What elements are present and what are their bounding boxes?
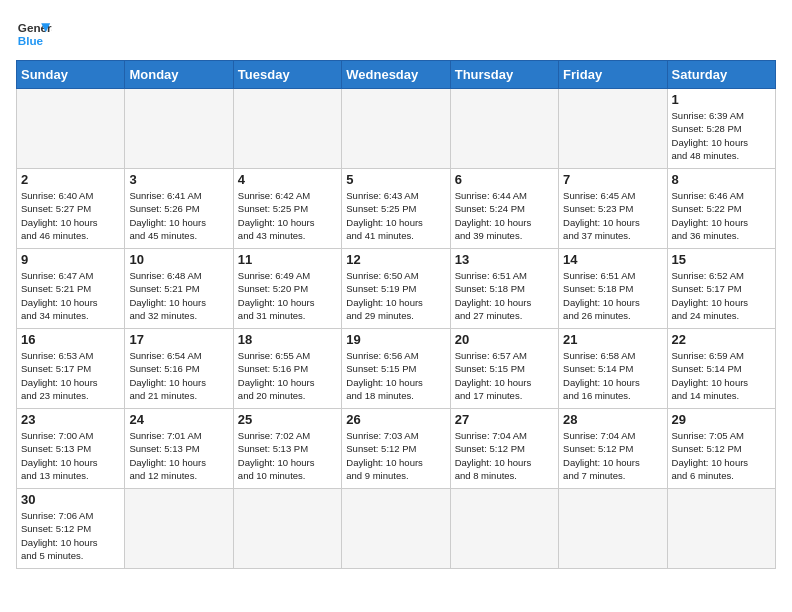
week-row-3: 9Sunrise: 6:47 AMSunset: 5:21 PMDaylight… [17, 249, 776, 329]
day-info: Sunrise: 6:45 AMSunset: 5:23 PMDaylight:… [563, 189, 662, 242]
day-cell: 13Sunrise: 6:51 AMSunset: 5:18 PMDayligh… [450, 249, 558, 329]
day-cell: 28Sunrise: 7:04 AMSunset: 5:12 PMDayligh… [559, 409, 667, 489]
day-cell [125, 489, 233, 569]
day-cell: 16Sunrise: 6:53 AMSunset: 5:17 PMDayligh… [17, 329, 125, 409]
day-info: Sunrise: 6:55 AMSunset: 5:16 PMDaylight:… [238, 349, 337, 402]
day-cell [450, 89, 558, 169]
day-cell: 23Sunrise: 7:00 AMSunset: 5:13 PMDayligh… [17, 409, 125, 489]
day-cell: 29Sunrise: 7:05 AMSunset: 5:12 PMDayligh… [667, 409, 775, 489]
day-info: Sunrise: 6:52 AMSunset: 5:17 PMDaylight:… [672, 269, 771, 322]
day-number: 25 [238, 412, 337, 427]
day-cell: 11Sunrise: 6:49 AMSunset: 5:20 PMDayligh… [233, 249, 341, 329]
calendar: SundayMondayTuesdayWednesdayThursdayFrid… [16, 60, 776, 569]
day-cell: 2Sunrise: 6:40 AMSunset: 5:27 PMDaylight… [17, 169, 125, 249]
day-info: Sunrise: 7:05 AMSunset: 5:12 PMDaylight:… [672, 429, 771, 482]
day-number: 30 [21, 492, 120, 507]
day-number: 5 [346, 172, 445, 187]
day-info: Sunrise: 7:04 AMSunset: 5:12 PMDaylight:… [563, 429, 662, 482]
week-row-6: 30Sunrise: 7:06 AMSunset: 5:12 PMDayligh… [17, 489, 776, 569]
day-info: Sunrise: 7:02 AMSunset: 5:13 PMDaylight:… [238, 429, 337, 482]
day-info: Sunrise: 6:50 AMSunset: 5:19 PMDaylight:… [346, 269, 445, 322]
day-number: 16 [21, 332, 120, 347]
day-number: 7 [563, 172, 662, 187]
weekday-header-monday: Monday [125, 61, 233, 89]
day-info: Sunrise: 6:57 AMSunset: 5:15 PMDaylight:… [455, 349, 554, 402]
day-info: Sunrise: 6:59 AMSunset: 5:14 PMDaylight:… [672, 349, 771, 402]
day-cell [233, 89, 341, 169]
day-info: Sunrise: 6:48 AMSunset: 5:21 PMDaylight:… [129, 269, 228, 322]
day-info: Sunrise: 6:42 AMSunset: 5:25 PMDaylight:… [238, 189, 337, 242]
day-number: 21 [563, 332, 662, 347]
header: General Blue [16, 16, 776, 52]
day-cell: 15Sunrise: 6:52 AMSunset: 5:17 PMDayligh… [667, 249, 775, 329]
day-cell: 3Sunrise: 6:41 AMSunset: 5:26 PMDaylight… [125, 169, 233, 249]
day-info: Sunrise: 6:43 AMSunset: 5:25 PMDaylight:… [346, 189, 445, 242]
day-number: 11 [238, 252, 337, 267]
day-info: Sunrise: 6:54 AMSunset: 5:16 PMDaylight:… [129, 349, 228, 402]
day-number: 27 [455, 412, 554, 427]
day-number: 24 [129, 412, 228, 427]
day-info: Sunrise: 6:53 AMSunset: 5:17 PMDaylight:… [21, 349, 120, 402]
weekday-header-wednesday: Wednesday [342, 61, 450, 89]
day-cell [342, 89, 450, 169]
weekday-header-sunday: Sunday [17, 61, 125, 89]
week-row-4: 16Sunrise: 6:53 AMSunset: 5:17 PMDayligh… [17, 329, 776, 409]
day-number: 20 [455, 332, 554, 347]
day-number: 2 [21, 172, 120, 187]
day-cell [667, 489, 775, 569]
day-number: 22 [672, 332, 771, 347]
day-cell: 24Sunrise: 7:01 AMSunset: 5:13 PMDayligh… [125, 409, 233, 489]
day-number: 1 [672, 92, 771, 107]
day-cell: 7Sunrise: 6:45 AMSunset: 5:23 PMDaylight… [559, 169, 667, 249]
day-info: Sunrise: 7:03 AMSunset: 5:12 PMDaylight:… [346, 429, 445, 482]
day-cell: 4Sunrise: 6:42 AMSunset: 5:25 PMDaylight… [233, 169, 341, 249]
day-cell: 18Sunrise: 6:55 AMSunset: 5:16 PMDayligh… [233, 329, 341, 409]
day-info: Sunrise: 7:00 AMSunset: 5:13 PMDaylight:… [21, 429, 120, 482]
weekday-header-row: SundayMondayTuesdayWednesdayThursdayFrid… [17, 61, 776, 89]
weekday-header-saturday: Saturday [667, 61, 775, 89]
day-cell: 30Sunrise: 7:06 AMSunset: 5:12 PMDayligh… [17, 489, 125, 569]
day-cell [125, 89, 233, 169]
day-info: Sunrise: 7:06 AMSunset: 5:12 PMDaylight:… [21, 509, 120, 562]
day-info: Sunrise: 6:41 AMSunset: 5:26 PMDaylight:… [129, 189, 228, 242]
day-cell: 14Sunrise: 6:51 AMSunset: 5:18 PMDayligh… [559, 249, 667, 329]
day-number: 10 [129, 252, 228, 267]
day-info: Sunrise: 6:44 AMSunset: 5:24 PMDaylight:… [455, 189, 554, 242]
day-cell: 8Sunrise: 6:46 AMSunset: 5:22 PMDaylight… [667, 169, 775, 249]
svg-text:Blue: Blue [18, 34, 44, 47]
day-info: Sunrise: 6:46 AMSunset: 5:22 PMDaylight:… [672, 189, 771, 242]
week-row-5: 23Sunrise: 7:00 AMSunset: 5:13 PMDayligh… [17, 409, 776, 489]
day-number: 6 [455, 172, 554, 187]
day-number: 8 [672, 172, 771, 187]
day-number: 18 [238, 332, 337, 347]
day-cell: 20Sunrise: 6:57 AMSunset: 5:15 PMDayligh… [450, 329, 558, 409]
day-cell: 10Sunrise: 6:48 AMSunset: 5:21 PMDayligh… [125, 249, 233, 329]
day-number: 17 [129, 332, 228, 347]
day-cell: 9Sunrise: 6:47 AMSunset: 5:21 PMDaylight… [17, 249, 125, 329]
day-cell: 25Sunrise: 7:02 AMSunset: 5:13 PMDayligh… [233, 409, 341, 489]
day-cell: 22Sunrise: 6:59 AMSunset: 5:14 PMDayligh… [667, 329, 775, 409]
day-info: Sunrise: 6:51 AMSunset: 5:18 PMDaylight:… [563, 269, 662, 322]
day-cell [17, 89, 125, 169]
logo-icon: General Blue [16, 16, 52, 52]
day-number: 3 [129, 172, 228, 187]
day-cell: 21Sunrise: 6:58 AMSunset: 5:14 PMDayligh… [559, 329, 667, 409]
day-cell [342, 489, 450, 569]
day-cell [233, 489, 341, 569]
day-cell [559, 489, 667, 569]
day-cell: 5Sunrise: 6:43 AMSunset: 5:25 PMDaylight… [342, 169, 450, 249]
day-number: 9 [21, 252, 120, 267]
day-cell: 27Sunrise: 7:04 AMSunset: 5:12 PMDayligh… [450, 409, 558, 489]
day-info: Sunrise: 6:47 AMSunset: 5:21 PMDaylight:… [21, 269, 120, 322]
day-cell [450, 489, 558, 569]
day-cell: 26Sunrise: 7:03 AMSunset: 5:12 PMDayligh… [342, 409, 450, 489]
day-number: 28 [563, 412, 662, 427]
day-number: 12 [346, 252, 445, 267]
weekday-header-tuesday: Tuesday [233, 61, 341, 89]
day-info: Sunrise: 6:40 AMSunset: 5:27 PMDaylight:… [21, 189, 120, 242]
day-cell [559, 89, 667, 169]
day-number: 26 [346, 412, 445, 427]
weekday-header-thursday: Thursday [450, 61, 558, 89]
day-number: 4 [238, 172, 337, 187]
day-number: 15 [672, 252, 771, 267]
